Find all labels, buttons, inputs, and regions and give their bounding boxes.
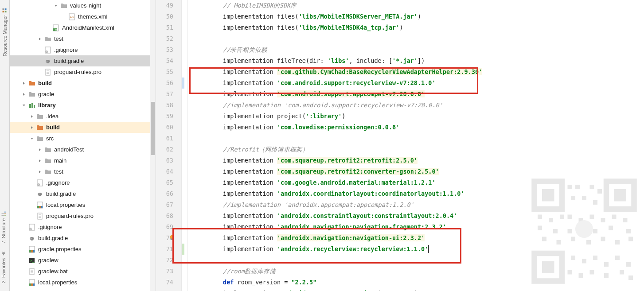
line-number[interactable]: 74 — [156, 277, 173, 288]
tree-item--idea[interactable]: .idea — [10, 111, 156, 122]
code-line[interactable]: implementation files('libs/MobileIMSDK4a… — [194, 22, 644, 33]
tree-item--gitignore[interactable]: .gitignore — [10, 221, 156, 233]
tree-item-themes-xml[interactable]: </>themes.xml — [10, 11, 156, 22]
code-line[interactable]: //implementation 'com.android.support:re… — [194, 100, 644, 111]
favorites-tab[interactable]: 2: Favorites — [0, 247, 7, 287]
line-number[interactable]: 55 — [156, 66, 173, 78]
expand-arrow-icon[interactable] — [29, 114, 35, 119]
line-number[interactable]: 60 — [156, 122, 173, 133]
line-number[interactable]: 75 — [156, 288, 173, 291]
code-line[interactable]: implementation files('libs/MobileIMSDKSe… — [194, 11, 644, 22]
line-number[interactable]: 66 — [156, 188, 173, 199]
code-line[interactable]: implementation project(':library') — [194, 111, 644, 122]
code-line[interactable]: implementation 'com.squareup.retrofit2:r… — [194, 155, 644, 166]
line-number[interactable]: 69 — [156, 221, 173, 233]
line-gutter[interactable]: 4950515253545556575859606162636465666768… — [156, 0, 182, 291]
tree-item--gitignore[interactable]: .gitignore — [10, 44, 156, 55]
code-line[interactable]: def room_version = "2.2.5" — [194, 277, 644, 288]
intention-bulb-icon[interactable] — [169, 234, 175, 241]
tree-item-build-gradle[interactable]: build.gradle — [10, 55, 156, 66]
expand-arrow-icon[interactable] — [37, 169, 43, 175]
line-number[interactable]: 50 — [156, 11, 173, 22]
tree-scrollbar[interactable] — [150, 0, 156, 291]
expand-arrow-icon[interactable] — [29, 125, 35, 130]
line-number[interactable]: 52 — [156, 33, 173, 44]
line-number[interactable]: 65 — [156, 177, 173, 188]
tree-item-test[interactable]: test — [10, 166, 156, 177]
code-line[interactable]: implementation 'com.android.support:appc… — [194, 89, 644, 100]
line-number[interactable]: 70 — [156, 233, 173, 244]
expand-arrow-icon[interactable] — [37, 147, 43, 152]
tree-item-gradle[interactable]: gradle — [10, 89, 156, 100]
line-number[interactable]: 49 — [156, 0, 173, 11]
tree-item-build[interactable]: build — [10, 78, 156, 89]
line-number[interactable]: 73 — [156, 266, 173, 277]
code-editor[interactable]: 4950515253545556575859606162636465666768… — [156, 0, 644, 291]
code-line[interactable]: //Retrofit（网络请求框架） — [194, 144, 644, 155]
code-line[interactable]: implementation 'com.lovedise:permissiong… — [194, 122, 644, 133]
expand-arrow-icon[interactable] — [53, 3, 59, 8]
tree-item-library[interactable]: library — [10, 100, 156, 111]
code-line[interactable]: //录音相关依赖 — [194, 44, 644, 55]
line-number[interactable]: 51 — [156, 22, 173, 33]
line-number[interactable]: 71 — [156, 244, 173, 255]
code-line[interactable] — [194, 133, 644, 144]
tree-item-gradle-properties[interactable]: gradle.properties — [10, 244, 156, 255]
tree-item--gitignore[interactable]: .gitignore — [10, 177, 156, 188]
line-number[interactable]: 56 — [156, 78, 173, 89]
code-line[interactable] — [194, 255, 644, 266]
code-line[interactable]: implementation fileTree(dir: 'libs', inc… — [194, 55, 644, 66]
code-line[interactable]: implementation 'com.github.CymChad:BaseR… — [194, 66, 644, 78]
code-line[interactable]: // MobileIMSDK的SDK库 — [194, 0, 644, 11]
line-number[interactable]: 63 — [156, 155, 173, 166]
tree-item-main[interactable]: main — [10, 155, 156, 166]
resource-manager-tab[interactable]: Resource Manager — [0, 4, 9, 60]
tree-item-build[interactable]: build — [10, 122, 156, 133]
code-line[interactable]: implementation "androidx.room:room-runti… — [194, 288, 644, 291]
tree-item-gradlew[interactable]: >_gradlew — [10, 255, 156, 266]
tree-item-androidtest[interactable]: androidTest — [10, 144, 156, 155]
tree-scrollbar-thumb[interactable] — [151, 102, 155, 155]
expand-arrow-icon[interactable] — [21, 92, 27, 97]
line-number[interactable]: 62 — [156, 144, 173, 155]
line-number[interactable]: 64 — [156, 166, 173, 177]
line-number[interactable]: 53 — [156, 44, 173, 55]
code-line[interactable]: implementation 'androidx.coordinatorlayo… — [194, 188, 644, 199]
code-line[interactable]: implementation 'androidx.navigation:navi… — [194, 221, 644, 233]
expand-arrow-icon[interactable] — [21, 103, 27, 108]
code-line[interactable]: implementation 'androidx.constraintlayou… — [194, 210, 644, 221]
tree-item-test[interactable]: test — [10, 33, 156, 44]
tree-item-local-properties[interactable]: local.properties — [10, 199, 156, 210]
code-line[interactable]: implementation 'com.google.android.mater… — [194, 177, 644, 188]
code-line[interactable]: implementation 'com.squareup.retrofit2:c… — [194, 166, 644, 177]
line-number[interactable]: 61 — [156, 133, 173, 144]
line-number[interactable]: 59 — [156, 111, 173, 122]
line-number[interactable]: 67 — [156, 199, 173, 210]
tree-item-build-gradle[interactable]: build.gradle — [10, 188, 156, 199]
tree-item-gradlew-bat[interactable]: gradlew.bat — [10, 266, 156, 277]
tree-item-androidmanifest-xml[interactable]: MFAndroidManifest.xml — [10, 22, 156, 33]
expand-arrow-icon[interactable] — [37, 158, 43, 163]
code-line[interactable]: implementation 'androidx.navigation:navi… — [194, 233, 644, 244]
tree-item-settings-gradle[interactable]: settings.gradle — [10, 288, 156, 291]
code-line[interactable]: implementation 'androidx.recyclerview:re… — [194, 244, 644, 255]
code-line[interactable]: //room数据库存储 — [194, 266, 644, 277]
line-number[interactable]: 58 — [156, 100, 173, 111]
tree-item-local-properties[interactable]: local.properties — [10, 277, 156, 288]
tree-item-src[interactable]: src — [10, 133, 156, 144]
tree-item-proguard-rules-pro[interactable]: proguard-rules.pro — [10, 66, 156, 78]
tree-item-proguard-rules-pro[interactable]: proguard-rules.pro — [10, 210, 156, 221]
expand-arrow-icon[interactable] — [21, 81, 27, 86]
code-line[interactable] — [194, 33, 644, 44]
line-number[interactable]: 68 — [156, 210, 173, 221]
structure-tab[interactable]: 7: Structure — [0, 208, 7, 247]
code-line[interactable]: //implementation 'androidx.appcompat:app… — [194, 199, 644, 210]
tree-item-build-gradle[interactable]: build.gradle — [10, 233, 156, 244]
tree-item-values-night[interactable]: values-night — [10, 0, 156, 11]
line-number[interactable]: 54 — [156, 55, 173, 66]
line-number[interactable]: 57 — [156, 89, 173, 100]
expand-arrow-icon[interactable] — [37, 36, 43, 42]
expand-arrow-icon[interactable] — [29, 136, 35, 141]
line-number[interactable]: 72 — [156, 255, 173, 266]
code-area[interactable]: // MobileIMSDK的SDK库 implementation files… — [184, 0, 644, 291]
